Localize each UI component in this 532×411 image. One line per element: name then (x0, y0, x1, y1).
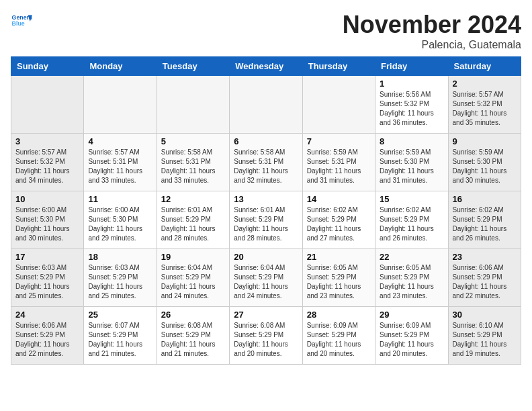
day-info: Sunrise: 6:09 AM Sunset: 5:29 PM Dayligh… (380, 321, 443, 359)
calendar-day-cell: 22Sunrise: 6:05 AM Sunset: 5:29 PM Dayli… (375, 249, 448, 307)
calendar-day-cell (11, 76, 84, 134)
logo-icon: General Blue (11, 11, 32, 32)
day-number: 12 (161, 194, 225, 204)
location: Palencia, Guatemala (343, 39, 521, 51)
day-number: 4 (88, 136, 152, 146)
weekday-header-tuesday: Tuesday (157, 57, 229, 76)
day-info: Sunrise: 6:05 AM Sunset: 5:29 PM Dayligh… (307, 263, 371, 301)
calendar-day-cell: 5Sunrise: 5:58 AM Sunset: 5:31 PM Daylig… (157, 134, 229, 191)
month-title: November 2024 (343, 11, 521, 39)
calendar-day-cell (230, 76, 302, 134)
day-info: Sunrise: 6:04 AM Sunset: 5:29 PM Dayligh… (161, 263, 225, 301)
calendar-day-cell: 1Sunrise: 5:56 AM Sunset: 5:32 PM Daylig… (375, 76, 448, 134)
weekday-header-friday: Friday (375, 57, 448, 76)
day-number: 3 (15, 136, 79, 146)
day-info: Sunrise: 5:57 AM Sunset: 5:32 PM Dayligh… (15, 148, 79, 185)
day-info: Sunrise: 6:00 AM Sunset: 5:30 PM Dayligh… (15, 205, 79, 243)
day-number: 20 (234, 252, 298, 262)
calendar-week-row: 17Sunrise: 6:03 AM Sunset: 5:29 PM Dayli… (11, 249, 521, 307)
day-number: 10 (15, 194, 79, 204)
day-info: Sunrise: 5:59 AM Sunset: 5:30 PM Dayligh… (380, 148, 443, 185)
day-info: Sunrise: 5:57 AM Sunset: 5:31 PM Dayligh… (88, 148, 152, 185)
calendar-day-cell: 28Sunrise: 6:09 AM Sunset: 5:29 PM Dayli… (302, 307, 375, 365)
day-number: 22 (380, 252, 443, 262)
calendar-day-cell (84, 76, 157, 134)
day-info: Sunrise: 6:06 AM Sunset: 5:29 PM Dayligh… (15, 321, 79, 359)
calendar-day-cell (157, 76, 229, 134)
calendar-week-row: 1Sunrise: 5:56 AM Sunset: 5:32 PM Daylig… (11, 76, 521, 134)
day-info: Sunrise: 5:58 AM Sunset: 5:31 PM Dayligh… (234, 148, 298, 185)
day-number: 30 (453, 310, 517, 320)
calendar-day-cell: 11Sunrise: 6:00 AM Sunset: 5:30 PM Dayli… (84, 191, 157, 249)
day-info: Sunrise: 5:59 AM Sunset: 5:31 PM Dayligh… (307, 148, 371, 185)
weekday-header-saturday: Saturday (448, 57, 521, 76)
day-info: Sunrise: 6:08 AM Sunset: 5:29 PM Dayligh… (234, 321, 298, 359)
title-block: November 2024 Palencia, Guatemala (343, 11, 521, 51)
day-number: 21 (307, 252, 371, 262)
day-info: Sunrise: 6:04 AM Sunset: 5:29 PM Dayligh… (234, 263, 298, 301)
calendar-day-cell: 12Sunrise: 6:01 AM Sunset: 5:29 PM Dayli… (157, 191, 229, 249)
calendar-week-row: 3Sunrise: 5:57 AM Sunset: 5:32 PM Daylig… (11, 134, 521, 191)
day-number: 25 (88, 310, 152, 320)
day-number: 14 (307, 194, 371, 204)
day-info: Sunrise: 5:57 AM Sunset: 5:32 PM Dayligh… (453, 90, 517, 128)
svg-text:Blue: Blue (12, 20, 25, 27)
day-info: Sunrise: 6:07 AM Sunset: 5:29 PM Dayligh… (88, 321, 152, 359)
day-number: 26 (161, 310, 225, 320)
calendar-day-cell: 23Sunrise: 6:06 AM Sunset: 5:29 PM Dayli… (448, 249, 521, 307)
day-number: 28 (307, 310, 371, 320)
day-info: Sunrise: 6:01 AM Sunset: 5:29 PM Dayligh… (234, 205, 298, 243)
calendar-day-cell: 15Sunrise: 6:02 AM Sunset: 5:29 PM Dayli… (375, 191, 448, 249)
weekday-header-wednesday: Wednesday (230, 57, 302, 76)
calendar-day-cell: 7Sunrise: 5:59 AM Sunset: 5:31 PM Daylig… (302, 134, 375, 191)
calendar-day-cell: 18Sunrise: 6:03 AM Sunset: 5:29 PM Dayli… (84, 249, 157, 307)
calendar-day-cell: 10Sunrise: 6:00 AM Sunset: 5:30 PM Dayli… (11, 191, 84, 249)
day-number: 13 (234, 194, 298, 204)
day-info: Sunrise: 5:59 AM Sunset: 5:30 PM Dayligh… (453, 148, 517, 185)
day-info: Sunrise: 6:00 AM Sunset: 5:30 PM Dayligh… (88, 205, 152, 243)
day-info: Sunrise: 6:02 AM Sunset: 5:29 PM Dayligh… (307, 205, 371, 243)
calendar-day-cell: 29Sunrise: 6:09 AM Sunset: 5:29 PM Dayli… (375, 307, 448, 365)
calendar-day-cell: 17Sunrise: 6:03 AM Sunset: 5:29 PM Dayli… (11, 249, 84, 307)
day-number: 8 (380, 136, 443, 146)
calendar-day-cell (302, 76, 375, 134)
calendar-day-cell: 8Sunrise: 5:59 AM Sunset: 5:30 PM Daylig… (375, 134, 448, 191)
day-number: 19 (161, 252, 225, 262)
calendar-week-row: 10Sunrise: 6:00 AM Sunset: 5:30 PM Dayli… (11, 191, 521, 249)
day-info: Sunrise: 6:09 AM Sunset: 5:29 PM Dayligh… (307, 321, 371, 359)
day-number: 27 (234, 310, 298, 320)
day-info: Sunrise: 6:02 AM Sunset: 5:29 PM Dayligh… (453, 205, 517, 243)
calendar-day-cell: 20Sunrise: 6:04 AM Sunset: 5:29 PM Dayli… (230, 249, 302, 307)
day-info: Sunrise: 5:56 AM Sunset: 5:32 PM Dayligh… (380, 90, 443, 128)
calendar-day-cell: 26Sunrise: 6:08 AM Sunset: 5:29 PM Dayli… (157, 307, 229, 365)
weekday-header-thursday: Thursday (302, 57, 375, 76)
calendar-day-cell: 4Sunrise: 5:57 AM Sunset: 5:31 PM Daylig… (84, 134, 157, 191)
day-number: 15 (380, 194, 443, 204)
calendar-day-cell: 6Sunrise: 5:58 AM Sunset: 5:31 PM Daylig… (230, 134, 302, 191)
calendar-day-cell: 2Sunrise: 5:57 AM Sunset: 5:32 PM Daylig… (448, 76, 521, 134)
calendar-day-cell: 24Sunrise: 6:06 AM Sunset: 5:29 PM Dayli… (11, 307, 84, 365)
calendar-day-cell: 9Sunrise: 5:59 AM Sunset: 5:30 PM Daylig… (448, 134, 521, 191)
day-number: 5 (161, 136, 225, 146)
day-number: 7 (307, 136, 371, 146)
page-header: General Blue November 2024 Palencia, Gua… (11, 11, 521, 51)
calendar-table: SundayMondayTuesdayWednesdayThursdayFrid… (11, 56, 521, 365)
day-info: Sunrise: 6:03 AM Sunset: 5:29 PM Dayligh… (15, 263, 79, 301)
day-number: 9 (453, 136, 517, 146)
calendar-day-cell: 27Sunrise: 6:08 AM Sunset: 5:29 PM Dayli… (230, 307, 302, 365)
calendar-day-cell: 25Sunrise: 6:07 AM Sunset: 5:29 PM Dayli… (84, 307, 157, 365)
day-info: Sunrise: 6:06 AM Sunset: 5:29 PM Dayligh… (453, 263, 517, 301)
calendar-week-row: 24Sunrise: 6:06 AM Sunset: 5:29 PM Dayli… (11, 307, 521, 365)
day-number: 1 (380, 79, 443, 89)
weekday-header-sunday: Sunday (11, 57, 84, 76)
day-number: 17 (15, 252, 79, 262)
calendar-day-cell: 19Sunrise: 6:04 AM Sunset: 5:29 PM Dayli… (157, 249, 229, 307)
logo: General Blue (11, 11, 32, 32)
day-number: 11 (88, 194, 152, 204)
calendar-day-cell: 3Sunrise: 5:57 AM Sunset: 5:32 PM Daylig… (11, 134, 84, 191)
calendar-day-cell: 30Sunrise: 6:10 AM Sunset: 5:29 PM Dayli… (448, 307, 521, 365)
calendar-day-cell: 13Sunrise: 6:01 AM Sunset: 5:29 PM Dayli… (230, 191, 302, 249)
calendar-day-cell: 21Sunrise: 6:05 AM Sunset: 5:29 PM Dayli… (302, 249, 375, 307)
day-number: 6 (234, 136, 298, 146)
weekday-header-monday: Monday (84, 57, 157, 76)
